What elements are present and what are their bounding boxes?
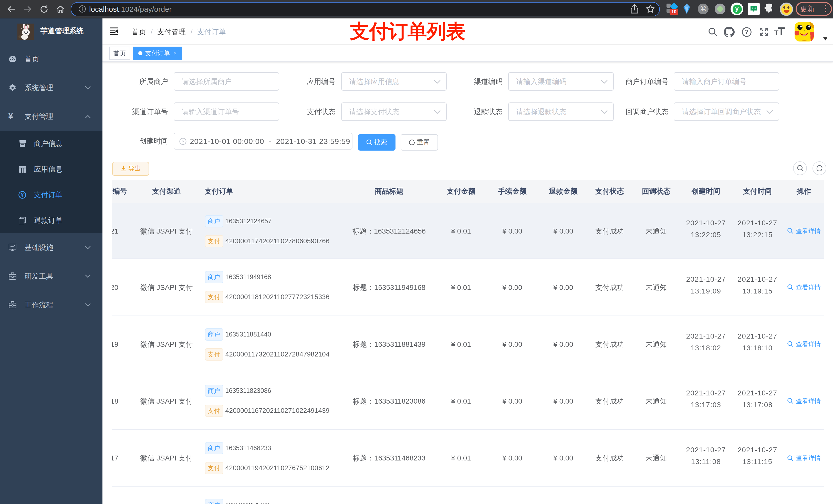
svg-text:¥: ¥ xyxy=(21,192,24,197)
svg-text:?: ? xyxy=(745,29,748,35)
